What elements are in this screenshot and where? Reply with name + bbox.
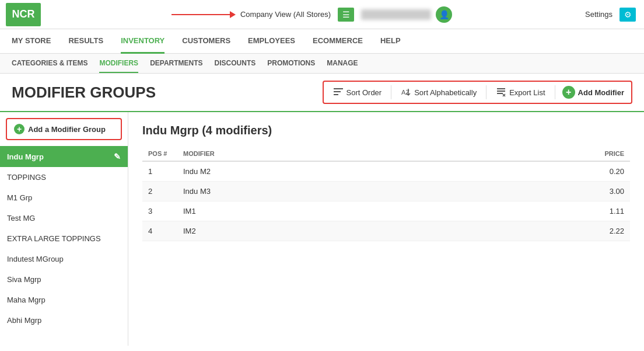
user-name-blurred: XXXXXXXXXX [361, 9, 431, 20]
toolbar: Sort Order AZ Sort Alphabetically Export… [323, 81, 633, 104]
sort-alpha-icon: AZ [401, 87, 411, 98]
sub-nav: CATEGORIES & ITEMS MODIFIERS DEPARTMENTS… [0, 54, 644, 74]
add-modifier-plus-icon: + [562, 86, 575, 99]
table-row: 1 Indu M2 0.20 [142, 161, 630, 182]
sidebar-item-maha-mgrp[interactable]: Maha Mgrp [0, 290, 128, 310]
sidebar-item-m1-grp[interactable]: M1 Grp [0, 187, 128, 208]
sidebar-item-abhi-mgrp[interactable]: Abhi Mgrp [0, 310, 128, 331]
nav-results[interactable]: RESULTS [68, 29, 103, 54]
svg-rect-6 [497, 93, 503, 94]
settings-btn[interactable]: ⚙ [617, 5, 638, 24]
top-right-area: Settings ⚙ [583, 5, 638, 24]
sidebar: + Add a Modifier Group Indu Mgrp ✎ TOPPI… [0, 112, 128, 346]
sidebar-item-indu-mgrp[interactable]: Indu Mgrp ✎ [0, 146, 128, 167]
subnav-modifiers[interactable]: MODIFIERS [99, 54, 138, 73]
content-area: + Add a Modifier Group Indu Mgrp ✎ TOPPI… [0, 112, 644, 346]
subnav-departments[interactable]: DEPARTMENTS [150, 54, 202, 73]
sort-order-icon [333, 87, 344, 98]
group-title: Indu Mgrp (4 modifiers) [142, 124, 630, 137]
svg-rect-4 [497, 88, 505, 89]
store-icon: ☰ [338, 8, 354, 22]
nav-my-store[interactable]: MY STORE [12, 29, 51, 54]
sort-alphabetically-btn[interactable]: AZ Sort Alphabetically [398, 86, 479, 99]
sort-order-btn[interactable]: Sort Order [331, 86, 384, 99]
sidebar-item-toppings[interactable]: TOPPINGS [0, 167, 128, 187]
svg-rect-2 [334, 94, 338, 95]
toolbar-divider-3 [555, 85, 555, 99]
settings-label: Settings [585, 10, 612, 19]
main-content: Indu Mgrp (4 modifiers) POS # MODIFIER P… [128, 112, 644, 346]
table-row: 4 IM2 2.22 [142, 221, 630, 241]
cell-pos: 3 [142, 201, 177, 221]
sidebar-item-extra-large-toppings[interactable]: EXTRA LARGE TOPPINGS [0, 228, 128, 249]
table-row: 2 Indu M3 3.00 [142, 182, 630, 201]
cell-modifier: IM1 [177, 201, 572, 221]
toolbar-divider-1 [391, 85, 391, 99]
export-list-btn[interactable]: Export List [494, 86, 547, 99]
cell-pos: 1 [142, 161, 177, 182]
nav-inventory[interactable]: INVENTORY [121, 29, 164, 54]
cell-modifier: Indu M3 [177, 182, 572, 201]
nav-ecommerce[interactable]: ECOMMERCE [313, 29, 363, 54]
svg-rect-5 [497, 91, 505, 92]
sidebar-item-test-mg[interactable]: Test MG [0, 208, 128, 228]
edit-icon: ✎ [114, 152, 121, 161]
nav-employees[interactable]: EMPLOYEES [248, 29, 295, 54]
export-icon [496, 87, 506, 98]
subnav-manage[interactable]: MANAGE [327, 54, 358, 73]
svg-rect-1 [334, 91, 341, 92]
cell-price: 0.20 [572, 161, 630, 182]
subnav-promotions[interactable]: PROMOTIONS [267, 54, 315, 73]
col-price: PRICE [572, 147, 630, 161]
toolbar-divider-2 [486, 85, 487, 99]
add-modifier-btn[interactable]: + Add Modifier [562, 86, 624, 99]
modifiers-table: POS # MODIFIER PRICE 1 Indu M2 0.20 2 In… [142, 147, 630, 241]
nav-customers[interactable]: CUSTOMERS [182, 29, 230, 54]
cell-pos: 4 [142, 221, 177, 241]
main-nav: MY STORE RESULTS INVENTORY CUSTOMERS EMP… [0, 29, 644, 54]
table-header-row: POS # MODIFIER PRICE [142, 147, 630, 161]
subnav-discounts[interactable]: DISCOUNTS [215, 54, 256, 73]
cell-modifier: IM2 [177, 221, 572, 241]
cell-price: 3.00 [572, 182, 630, 201]
user-avatar: 👤 [436, 6, 452, 23]
page-title: MODIFIER GROUPS [12, 84, 156, 102]
cell-pos: 2 [142, 182, 177, 201]
gear-icon: ⚙ [620, 8, 636, 22]
add-modifier-group-btn[interactable]: + Add a Modifier Group [6, 118, 122, 140]
cell-price: 2.22 [572, 221, 630, 241]
company-view-label: Company View (All Stores) [240, 10, 331, 19]
nav-help[interactable]: HELP [380, 29, 401, 54]
add-group-plus-icon: + [14, 124, 24, 134]
subnav-categories-items[interactable]: CATEGORIES & ITEMS [12, 54, 88, 73]
svg-rect-0 [334, 88, 343, 89]
sidebar-item-siva-mgrp[interactable]: Siva Mgrp [0, 269, 128, 290]
ncr-logo: NCR [6, 3, 41, 26]
col-modifier: MODIFIER [177, 147, 572, 161]
cell-modifier: Indu M2 [177, 161, 572, 182]
cell-price: 1.11 [572, 201, 630, 221]
col-pos: POS # [142, 147, 177, 161]
top-bar: NCR Company View (All Stores) ☰ XXXXXXXX… [0, 0, 644, 29]
page-header: MODIFIER GROUPS Sort Order AZ Sort Alpha… [0, 74, 644, 112]
table-row: 3 IM1 1.11 [142, 201, 630, 221]
company-view-icon-btn[interactable]: ☰ [335, 5, 356, 24]
sidebar-item-indutest-mgroup[interactable]: Indutest MGroup [0, 249, 128, 269]
